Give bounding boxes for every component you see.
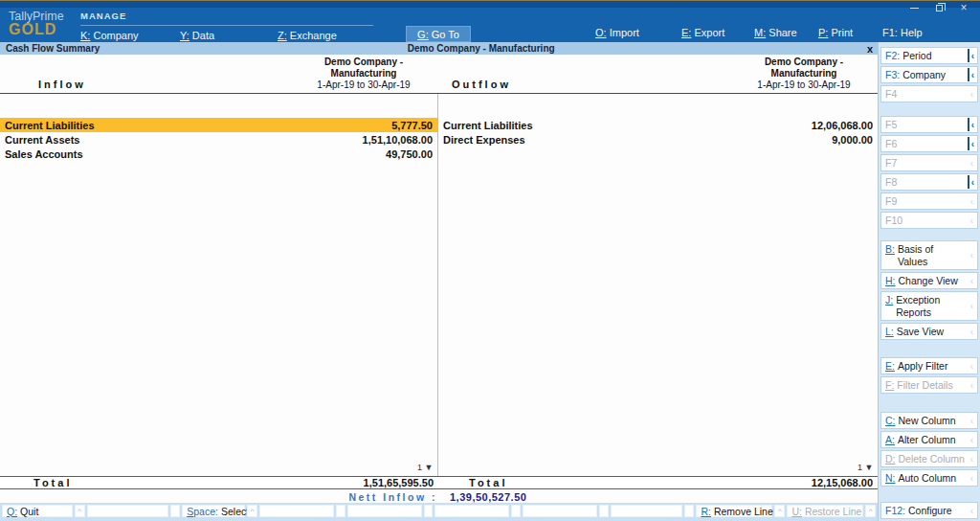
cash-flow-report: Demo Company - Manufacturing 1-Apr-19 to… (0, 55, 878, 503)
chevron-up-icon: ^ (869, 507, 873, 515)
manage-label: MANAGE (80, 11, 373, 26)
bottom-action-bar: Q:Quit ^ Space:Select ^ R:Remove Line ^ … (0, 503, 878, 521)
report-close-icon[interactable]: x (862, 43, 878, 55)
sidebar-item-change-view[interactable]: H:Change View‹ (880, 272, 978, 289)
report-header: Demo Company - Manufacturing 1-Apr-19 to… (0, 55, 878, 94)
remove-line-button[interactable]: R:Remove Line (696, 505, 772, 517)
chevron-up-icon: ^ (78, 507, 81, 515)
empty-slot (523, 505, 597, 517)
empty-slot-caret (599, 505, 609, 517)
sidebar-item-f8[interactable]: F8‹ (880, 173, 978, 191)
chevron-left-icon: ‹ (968, 471, 976, 485)
chevron-left-icon[interactable]: ‹ (968, 68, 976, 81)
quit-button[interactable]: Q:Quit (2, 505, 73, 517)
outflow-page-indicator: 1 ▼ (858, 463, 873, 472)
restore-button[interactable] (926, 1, 951, 14)
menu-export[interactable]: E: Export (681, 27, 724, 38)
table-row[interactable]: Sales Accounts 49,750.00 (0, 147, 437, 161)
chevron-left-icon: ‹ (968, 504, 976, 517)
menu-data[interactable]: Y: Data (180, 30, 214, 41)
sidebar-item-save-view[interactable]: L:Save View‹ (880, 323, 978, 340)
report-title-bar: Cash Flow Summary Demo Company - Manufac… (0, 42, 878, 55)
inflow-total: Total 1,51,65,595.50 (0, 477, 437, 488)
sidebar-spacer (880, 396, 978, 412)
report-title: Cash Flow Summary (0, 43, 100, 54)
outflow-section-label: Outflow (452, 79, 511, 90)
sidebar-item-alter-column[interactable]: A:Alter Column‹ (880, 431, 978, 448)
select-button[interactable]: Space:Select (182, 505, 245, 517)
chevron-left-icon: ‹ (968, 414, 976, 427)
goto-button[interactable]: G: Go To (406, 26, 471, 42)
app-logo-edition: GOLD (9, 23, 64, 35)
right-button-panel: F2:Period‹ F3:Company‹ F4‹ F5‹ F6‹ F7‹ F… (878, 42, 980, 521)
total-row: Total 1,51,65,595.50 Total 12,15,068.00 (0, 476, 878, 489)
empty-slot (87, 505, 169, 517)
sidebar-item-f9: F9‹ (880, 193, 978, 210)
inflow-section-label: Inflow (38, 79, 86, 90)
sidebar-item-new-column[interactable]: C:New Column‹ (880, 412, 978, 429)
menu-exchange[interactable]: Z: Exchange (278, 30, 337, 41)
sidebar-item-f4: F4‹ (880, 85, 978, 102)
empty-slot-caret (424, 505, 434, 517)
chevron-left-icon: ‹ (968, 194, 976, 208)
minimize-button[interactable] (902, 1, 926, 14)
close-icon: × (960, 2, 967, 13)
nett-inflow-value: 1,39,50,527.50 (450, 491, 526, 503)
chevron-left-icon[interactable]: ‹ (968, 175, 976, 189)
sidebar-item-company[interactable]: F3:Company‹ (880, 66, 978, 83)
sidebar-item-auto-column[interactable]: N:Auto Column‹ (880, 469, 978, 487)
remove-line-expand-button[interactable]: ^ (774, 505, 785, 517)
chevron-left-icon: ‹ (968, 359, 976, 373)
chevron-left-icon: ‹ (968, 378, 976, 392)
sidebar-spacer (880, 104, 978, 116)
menu-import[interactable]: O: Import (595, 27, 639, 38)
top-menu-bar: TallyPrime GOLD MANAGE K: Company Y: Dat… (0, 0, 980, 42)
empty-slot-caret (684, 505, 694, 517)
quit-expand-button[interactable]: ^ (75, 505, 85, 517)
inflow-rows: Current Liabilities 5,777.50 Current Ass… (0, 118, 437, 161)
inflow-period: 1-Apr-19 to 30-Apr-19 (292, 79, 435, 91)
empty-slot (259, 505, 334, 517)
menu-share[interactable]: M: Share (754, 27, 797, 38)
menu-help[interactable]: F1: Help (882, 27, 923, 38)
chevron-left-icon: ‹ (968, 87, 976, 101)
table-row[interactable]: Current Liabilities 12,06,068.00 (438, 118, 878, 132)
sidebar-item-period[interactable]: F2:Period‹ (880, 47, 978, 64)
sidebar-item-f6[interactable]: F6‹ (880, 135, 978, 152)
sidebar-item-f7: F7‹ (880, 154, 978, 171)
sidebar-item-basis-of-values[interactable]: B:Basis of Values‹ (880, 240, 978, 270)
chevron-left-icon[interactable]: ‹ (968, 118, 976, 131)
select-expand-button[interactable]: ^ (247, 505, 257, 517)
inflow-column-header: Demo Company - Manufacturing 1-Apr-19 to… (292, 57, 435, 91)
chevron-left-icon[interactable]: ‹ (968, 49, 976, 62)
chevron-left-icon: ‹ (968, 325, 976, 338)
chevron-left-icon: ‹ (968, 293, 976, 319)
table-row[interactable]: Current Assets 1,51,10,068.00 (0, 132, 437, 147)
menu-print[interactable]: P: Print (818, 27, 853, 38)
chevron-up-icon: ^ (251, 507, 255, 515)
empty-slot-caret (170, 505, 180, 517)
chevron-left-icon: ‹ (968, 274, 976, 287)
chevron-left-icon: ‹ (968, 156, 976, 170)
chevron-left-icon[interactable]: ‹ (968, 137, 976, 150)
nett-inflow-row: Nett Inflow : 1,39,50,527.50 (0, 490, 878, 503)
chevron-left-icon: ‹ (968, 433, 976, 446)
outflow-period: 1-Apr-19 to 30-Apr-19 (732, 79, 876, 91)
inflow-page-indicator: 1 ▼ (417, 463, 433, 472)
empty-slot (434, 505, 509, 517)
sidebar-item-configure[interactable]: F12:Configure‹ (880, 502, 978, 519)
window-controls: × (902, 1, 976, 14)
restore-line-button: U:Restore Line (787, 505, 863, 517)
table-row[interactable]: Direct Expenses 9,000.00 (438, 132, 878, 147)
restore-icon (936, 5, 943, 11)
chevron-up-icon: ^ (778, 507, 782, 515)
manage-menu-group: MANAGE K: Company Y: Data Z: Exchange (80, 11, 373, 45)
panel-divider (437, 94, 438, 489)
close-button[interactable]: × (951, 1, 976, 14)
sidebar-item-f5[interactable]: F5‹ (880, 116, 978, 133)
sidebar-item-exception-reports[interactable]: J:Exception Reports‹ (880, 291, 978, 321)
sidebar-item-apply-filter[interactable]: E:Apply Filter‹ (880, 357, 978, 374)
menu-company[interactable]: K: Company (80, 30, 139, 41)
table-row[interactable]: Current Liabilities 5,777.50 (0, 118, 437, 132)
empty-slot-caret (336, 505, 345, 517)
